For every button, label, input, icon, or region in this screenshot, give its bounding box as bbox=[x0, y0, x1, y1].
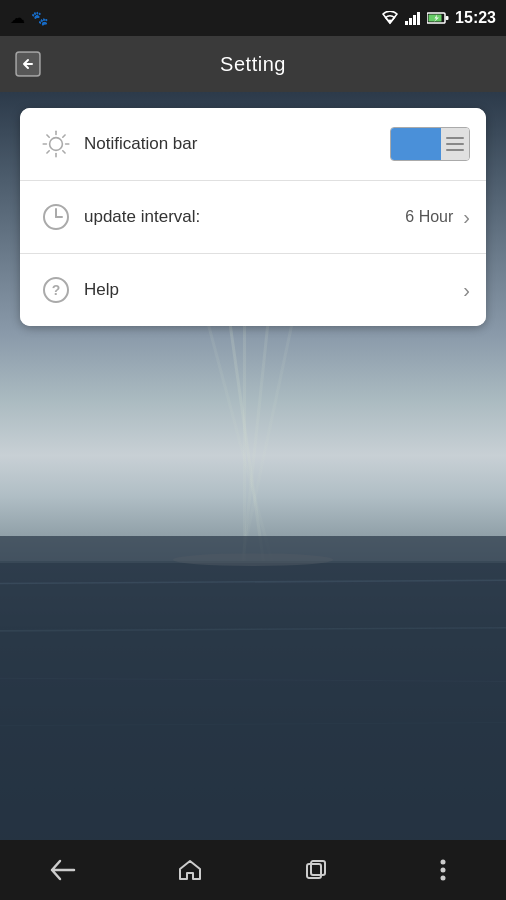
svg-rect-0 bbox=[405, 21, 408, 25]
notification-bar-toggle[interactable] bbox=[390, 127, 470, 161]
update-interval-row[interactable]: update interval: 6 Hour › bbox=[20, 181, 486, 254]
svg-point-13 bbox=[173, 554, 333, 567]
svg-line-22 bbox=[47, 151, 49, 153]
recents-nav-button[interactable] bbox=[286, 840, 346, 900]
menu-nav-button[interactable] bbox=[413, 840, 473, 900]
svg-rect-3 bbox=[417, 12, 420, 25]
update-interval-value: 6 Hour bbox=[405, 208, 453, 226]
toggle-lines-icon bbox=[446, 137, 464, 151]
home-nav-button[interactable] bbox=[160, 840, 220, 900]
settings-card: Notification bar update interval: 6 Hour bbox=[20, 108, 486, 326]
update-interval-chevron-icon: › bbox=[463, 206, 470, 229]
home-nav-icon bbox=[178, 858, 202, 882]
svg-point-32 bbox=[440, 876, 445, 881]
help-label: Help bbox=[76, 280, 459, 300]
svg-rect-2 bbox=[413, 15, 416, 25]
svg-point-31 bbox=[440, 868, 445, 873]
page-title: Setting bbox=[56, 53, 450, 76]
signal-icon bbox=[405, 11, 421, 25]
time-display: 15:23 bbox=[455, 9, 496, 27]
sun-icon bbox=[36, 124, 76, 164]
svg-point-14 bbox=[50, 138, 63, 151]
notification-icon-2: 🐾 bbox=[31, 10, 48, 26]
svg-point-30 bbox=[440, 860, 445, 865]
back-arrow-icon bbox=[14, 50, 42, 78]
clock-icon bbox=[36, 197, 76, 237]
app-bar: Setting bbox=[0, 36, 506, 92]
svg-line-19 bbox=[47, 135, 49, 137]
status-notifications: ☁ 🐾 bbox=[10, 9, 48, 27]
wifi-icon bbox=[381, 11, 399, 25]
svg-text:?: ? bbox=[52, 282, 61, 298]
notification-bar-label: Notification bar bbox=[76, 134, 390, 154]
help-row[interactable]: ? Help › bbox=[20, 254, 486, 326]
menu-nav-icon bbox=[440, 859, 446, 881]
help-chevron-icon: › bbox=[463, 279, 470, 302]
svg-rect-1 bbox=[409, 18, 412, 25]
back-nav-icon bbox=[50, 859, 76, 881]
battery-icon bbox=[427, 12, 449, 24]
svg-line-21 bbox=[63, 135, 65, 137]
toggle-on-side bbox=[391, 128, 441, 160]
back-nav-button[interactable] bbox=[33, 840, 93, 900]
help-icon: ? bbox=[36, 270, 76, 310]
svg-line-20 bbox=[63, 151, 65, 153]
nav-bar bbox=[0, 840, 506, 900]
recents-nav-icon bbox=[305, 859, 327, 881]
svg-rect-6 bbox=[446, 16, 449, 20]
back-button[interactable] bbox=[0, 36, 56, 92]
toggle-off-side bbox=[441, 128, 469, 160]
status-indicators: 15:23 bbox=[381, 9, 496, 27]
notification-icon-1: ☁ bbox=[10, 9, 25, 27]
status-bar: ☁ 🐾 15:23 bbox=[0, 0, 506, 36]
update-interval-label: update interval: bbox=[76, 207, 405, 227]
notification-bar-row[interactable]: Notification bar bbox=[20, 108, 486, 181]
